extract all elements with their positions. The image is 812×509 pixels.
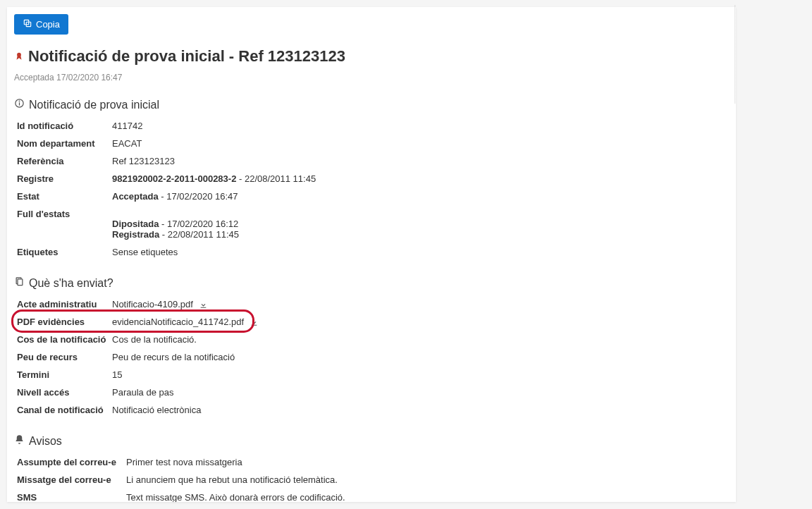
section-avisos-title: Avisos — [29, 435, 62, 448]
reg-value: 9821920002-2-2011-000283-2 - 22/08/2011 … — [109, 170, 729, 188]
info-table: Id notificació411742 Nom departamentEACA… — [14, 117, 729, 261]
table-row: Full d'estats Dipositada - 17/02/2020 16… — [14, 205, 729, 243]
download-icon[interactable] — [199, 300, 208, 309]
assumpte-value: Primer test nova missatgeria — [123, 453, 729, 471]
copy-button-label: Copia — [36, 19, 60, 30]
reg-label: Registre — [14, 170, 109, 188]
page-title: Notificació de prova inicial - Ref 12312… — [28, 47, 345, 66]
svg-rect-7 — [18, 279, 23, 286]
main-panel: Copia Notificació de prova inicial - Ref… — [7, 7, 736, 502]
pdf-value: evidenciaNotificacio_411742.pdf — [109, 313, 729, 331]
section-info-heading: Notificació de prova inicial — [14, 98, 729, 111]
table-row: Acte administratiu Notificacio-4109.pdf — [14, 295, 729, 313]
table-row: EstatAcceptada - 17/02/2020 16:47 — [14, 188, 729, 205]
copy-icon — [23, 18, 32, 30]
assumpte-label: Assumpte del correu-e — [14, 453, 123, 471]
termini-value: 15 — [109, 366, 729, 384]
canal-value: Notificació electrònica — [109, 401, 729, 419]
seal-icon — [14, 51, 24, 61]
etiq-label: Etiquetes — [14, 243, 109, 261]
etiq-value: Sense etiquetes — [109, 243, 729, 261]
cos-label: Cos de la notificació — [14, 331, 109, 348]
acte-label: Acte administratiu — [14, 295, 109, 313]
info-icon — [14, 98, 25, 111]
document-icon — [14, 276, 25, 290]
peu-label: Peu de recurs — [14, 348, 109, 366]
estat-value: Acceptada - 17/02/2020 16:47 — [109, 188, 729, 205]
cos-value: Cos de la notificació. — [109, 331, 729, 348]
bell-icon — [14, 434, 25, 448]
dept-label: Nom departament — [14, 135, 109, 152]
section-sent-title: Què s'ha enviat? — [29, 277, 113, 290]
table-row: Id notificació411742 — [14, 117, 729, 135]
svg-point-5 — [19, 101, 20, 102]
estat-label: Estat — [14, 188, 109, 205]
table-row: Missatge del correu-eLi anunciem que ha … — [14, 471, 729, 489]
full-label: Full d'estats — [14, 205, 109, 243]
ref-value: Ref 123123123 — [109, 152, 729, 170]
table-row: Termini15 — [14, 366, 729, 384]
pdf-label: PDF evidències — [14, 313, 109, 331]
table-row: Registre9821920002-2-2011-000283-2 - 22/… — [14, 170, 729, 188]
table-row: SMSText missatge SMS. Això donarà errors… — [14, 489, 729, 502]
sent-table: Acte administratiu Notificacio-4109.pdf … — [14, 295, 729, 419]
full-value: Dipositada - 17/02/2020 16:12 Registrada… — [109, 205, 729, 243]
canal-label: Canal de notificació — [14, 401, 109, 419]
table-row: Assumpte del correu-ePrimer test nova mi… — [14, 453, 729, 471]
status-line: Acceptada 17/02/2020 16:47 — [14, 73, 729, 82]
table-row: EtiquetesSense etiquetes — [14, 243, 729, 261]
table-row: Cos de la notificacióCos de la notificac… — [14, 331, 729, 348]
nivell-value: Paraula de pas — [109, 384, 729, 401]
shadow — [734, 5, 736, 104]
table-row: Peu de recursPeu de recurs de la notific… — [14, 348, 729, 366]
table-row: Nom departamentEACAT — [14, 135, 729, 152]
missatge-value: Li anunciem que ha rebut una notificació… — [123, 471, 729, 489]
id-label: Id notificació — [14, 117, 109, 135]
nivell-label: Nivell accés — [14, 384, 109, 401]
missatge-label: Missatge del correu-e — [14, 471, 123, 489]
avisos-table: Assumpte del correu-ePrimer test nova mi… — [14, 453, 729, 502]
sms-label: SMS — [14, 489, 123, 502]
dept-value: EACAT — [109, 135, 729, 152]
sms-value: Text missatge SMS. Això donarà errors de… — [123, 489, 729, 502]
section-sent-heading: Què s'ha enviat? — [14, 276, 729, 290]
acte-value: Notificacio-4109.pdf — [109, 295, 729, 313]
termini-label: Termini — [14, 366, 109, 384]
peu-value: Peu de recurs de la notificació — [109, 348, 729, 366]
section-info-title: Notificació de prova inicial — [29, 99, 159, 111]
table-row: ReferènciaRef 123123123 — [14, 152, 729, 170]
ref-label: Referència — [14, 152, 109, 170]
download-icon[interactable] — [250, 318, 259, 327]
table-row: Nivell accésParaula de pas — [14, 384, 729, 401]
copy-button[interactable]: Copia — [14, 14, 68, 35]
table-row: PDF evidències evidenciaNotificacio_4117… — [14, 313, 729, 331]
section-avisos-heading: Avisos — [14, 434, 729, 448]
table-row: Canal de notificacióNotificació electròn… — [14, 401, 729, 419]
id-value: 411742 — [109, 117, 729, 135]
